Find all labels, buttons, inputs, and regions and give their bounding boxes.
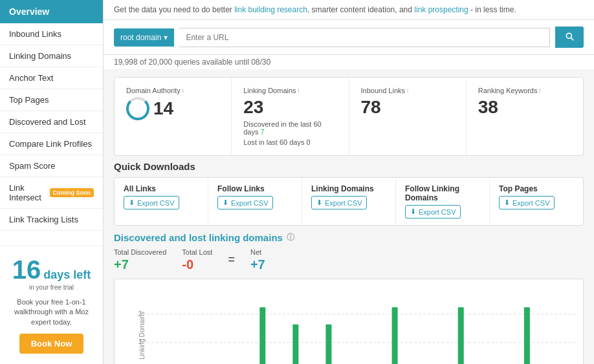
svg-rect-6 [325,325,331,364]
download-linking-domains: Linking Domains ⬇ Export CSV [302,178,396,225]
trial-block: 16 days left in your free trial Book you… [0,246,103,364]
chart-title: Discovered and lost linking domains ⓘ [114,232,584,243]
sidebar-item-anchor-text[interactable]: Anchor Text [0,67,103,89]
download-icon: ⬇ [504,198,510,207]
sidebar-item-link-tracking-lists[interactable]: Link Tracking Lists [0,209,103,231]
download-follow-links: Follow Links ⬇ Export CSV [208,178,302,225]
sidebar-item-linking-domains[interactable]: Linking Domains [0,45,103,67]
download-icon: ⬇ [129,198,135,207]
trial-text: Book your free 1-on-1 walkthrough with a… [8,297,95,327]
book-now-button[interactable]: Book Now [19,334,84,354]
total-discovered-label: Total Discovered [114,248,166,256]
sidebar-header: Overview [0,0,103,23]
metric-ld-sub2: Lost in last 60 days 0 [243,138,336,146]
domain-auth-ring [126,97,149,120]
metric-da-value: 14 [153,98,173,119]
y-axis-label: Linking Domains [138,312,146,359]
sidebar-item-discovered-lost[interactable]: Discovered and Lost [0,111,103,133]
bar-chart: 2 1 [147,286,577,364]
top-bar: Get the data you need to do better link … [104,0,594,20]
export-linking-domains-btn[interactable]: ⬇ Export CSV [311,196,367,209]
metric-rk-value: 38 [478,97,571,118]
chart-wrapper: Linking Domains 2 1 6/146/216/287/57/127… [114,279,584,364]
downloads-row: All Links ⬇ Export CSV Follow Links ⬇ Ex… [114,177,584,226]
main-content: Get the data you need to do better link … [104,0,594,364]
svg-rect-8 [458,307,464,364]
metric-da-label: Domain Authorityi [126,87,219,94]
net-value: +7 [250,257,265,272]
net-stat: Net +7 [250,248,265,272]
svg-text:1: 1 [138,338,142,345]
quick-downloads-title: Quick Downloads [114,161,584,172]
export-top-pages-btn[interactable]: ⬇ Export CSV [499,196,555,209]
export-all-links-btn[interactable]: ⬇ Export CSV [124,196,179,209]
download-icon: ⬇ [316,198,322,207]
root-domain-dropdown[interactable]: root domain [114,28,174,47]
queries-text: 19,998 of 20,000 queries available until… [104,55,594,69]
metric-ld-sub1: Discovered in the last 60 days 7 [243,120,336,136]
metric-rk-label: Ranking Keywordsi [478,87,571,94]
download-all-links: All Links ⬇ Export CSV [115,178,208,225]
search-row: root domain [104,20,594,55]
sidebar-item-link-intersect[interactable]: Link Intersect Coming Soon [0,177,103,209]
url-input[interactable] [179,28,550,47]
trial-sub: in your free trial [8,284,95,291]
svg-rect-4 [259,307,265,364]
metric-il-label: Inbound Linksi [361,87,454,94]
search-button[interactable] [555,27,584,48]
svg-rect-5 [292,325,298,364]
total-discovered-value: +7 [114,257,166,272]
metric-ld-value: 23 [243,97,336,118]
chart-stats: Total Discovered +7 Total Lost -0 = Net … [114,248,584,272]
sidebar-item-spam-score[interactable]: Spam Score [0,155,103,177]
total-discovered-stat: Total Discovered +7 [114,248,166,272]
export-follow-links-btn[interactable]: ⬇ Export CSV [217,196,273,209]
equals-sign: = [228,253,235,266]
svg-text:2: 2 [138,310,142,317]
sidebar-item-compare-link-profiles[interactable]: Compare Link Profiles [0,133,103,155]
sidebar-item-top-pages[interactable]: Top Pages [0,89,103,111]
download-icon: ⬇ [223,198,228,207]
download-follow-linking-domains: Follow Linking Domains ⬇ Export CSV [396,178,490,225]
metric-inbound-links: Inbound Linksi 78 [349,78,467,155]
export-follow-linking-domains-btn[interactable]: ⬇ Export CSV [405,205,461,219]
quick-downloads-section: Quick Downloads All Links ⬇ Export CSV F… [104,161,594,226]
chart-inner: 2 1 [147,286,577,364]
link-prospecting-link[interactable]: link prospecting [414,5,468,14]
sidebar-item-inbound-links[interactable]: Inbound Links [0,23,103,45]
chart-section: Discovered and lost linking domains ⓘ To… [104,232,594,364]
metric-domain-authority: Domain Authorityi 14 [115,78,232,155]
total-lost-value: -0 [182,257,212,272]
total-lost-label: Total Lost [182,248,212,256]
link-building-link[interactable]: link building research [234,5,307,14]
link-intersect-label: Link Intersect [9,183,46,202]
trial-days: 16 [12,257,41,283]
metrics-row: Domain Authorityi 14 Linking Domainsi 23… [114,77,584,156]
chart-info-icon[interactable]: ⓘ [287,232,294,243]
metric-linking-domains: Linking Domainsi 23 Discovered in the la… [232,78,349,155]
download-icon: ⬇ [410,208,416,216]
metric-ranking-keywords: Ranking Keywordsi 38 [467,78,583,155]
coming-soon-badge: Coming Soon [50,188,94,197]
search-icon [564,31,575,41]
metric-ld-label: Linking Domainsi [243,87,336,94]
topbar-text: Get the data you need to do better link … [114,5,516,14]
net-label: Net [250,248,265,256]
download-top-pages: Top Pages ⬇ Export CSV [490,178,583,225]
sidebar: Overview Inbound Links Linking Domains A… [0,0,104,364]
svg-rect-7 [392,307,398,364]
svg-rect-9 [524,307,530,364]
trial-days-label: days left [43,268,91,282]
total-lost-stat: Total Lost -0 [182,248,212,272]
metric-il-value: 78 [361,97,454,118]
